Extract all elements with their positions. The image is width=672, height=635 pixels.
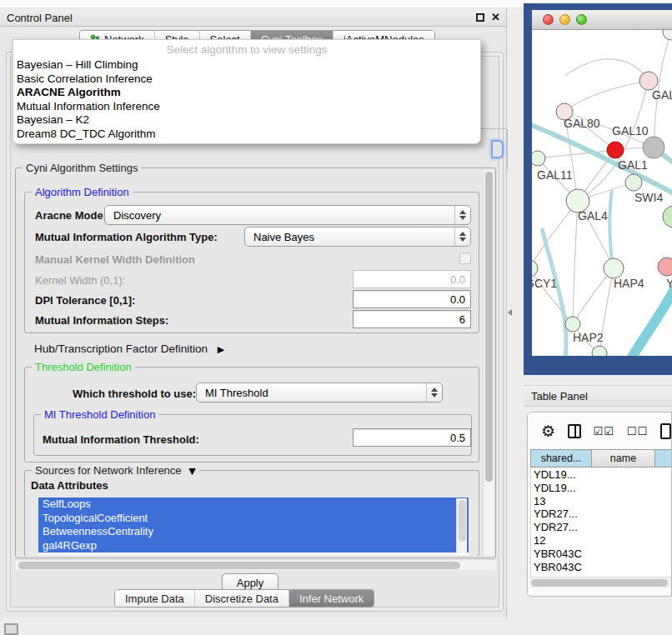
algorithm-dropdown-popup: Select algorithm to view settings Bayesi…: [13, 39, 481, 144]
collapsed-panel-icon[interactable]: [4, 623, 18, 635]
tab-infer-network[interactable]: Infer Network: [289, 590, 374, 607]
node-partial-top[interactable]: [663, 30, 672, 40]
network-canvas[interactable]: GAL GAL80 GAL10 GAL1 GAL11 SWI4 GAL4 GCY…: [532, 30, 672, 356]
list-item[interactable]: SelfLoops: [38, 498, 469, 512]
mi-threshold-field[interactable]: 0.5: [353, 428, 471, 447]
close-traffic-light-icon[interactable]: [543, 14, 554, 25]
node-label: GAL4: [578, 209, 608, 222]
list-item[interactable]: TopologicalCoefficient: [38, 512, 469, 526]
select-all-checkboxes-icon[interactable]: ☑☑: [594, 425, 614, 438]
node-label: GAL10: [612, 124, 649, 138]
group-title-with-collapse[interactable]: Sources for Network Inference ▼: [32, 464, 199, 477]
dropdown-prompt: Select algorithm to view settings: [13, 42, 480, 58]
combo-arrows-icon: [426, 383, 442, 402]
float-window-icon[interactable]: [476, 13, 484, 22]
dropdown-item-selected[interactable]: ARACNE Algorithm: [13, 86, 480, 100]
splitter-collapse-icon[interactable]: [508, 309, 512, 316]
dpi-tolerance-label: DPI Tolerance [0,1]:: [35, 294, 135, 307]
table-toolbar: ⚙ ☑☑ ☐☐: [528, 412, 671, 449]
table-hscrollbar[interactable]: [529, 577, 671, 588]
close-icon[interactable]: ✕: [491, 11, 500, 23]
column-header-name[interactable]: name: [592, 449, 655, 468]
cell: 12: [531, 533, 549, 547]
node-y-partial[interactable]: [658, 258, 672, 276]
dropdown-item[interactable]: Dream8 DC_TDC Algorithm: [13, 128, 480, 142]
control-panel-titlebar: Control Panel ✕: [0, 8, 506, 27]
node-hap4[interactable]: [604, 258, 624, 278]
algorithm-definition-group: Algorithm Definition Aracne Mode: Discov…: [24, 192, 479, 333]
combo-arrows-icon: [454, 206, 470, 224]
table-body[interactable]: YDL19...YDL19...13 YDR27...YDR27...12 YB…: [530, 468, 672, 580]
node-label: GAL: [652, 88, 672, 102]
node-swi4[interactable]: [625, 174, 642, 191]
attributes-scrollbar-thumb[interactable]: [459, 500, 466, 542]
cyni-algorithm-settings-group: Cyni Algorithm Settings Algorithm Defini…: [15, 168, 496, 558]
column-header-shared-name[interactable]: shared...: [530, 449, 592, 468]
group-title: Algorithm Definition: [32, 186, 133, 198]
node-gal10[interactable]: [643, 137, 664, 158]
manual-kernel-checkbox[interactable]: [459, 252, 471, 264]
gear-icon[interactable]: ⚙: [541, 422, 555, 440]
list-item[interactable]: gal4RGexp: [38, 539, 469, 553]
table-hscrollbar-thumb[interactable]: [531, 579, 668, 587]
node-partial-right[interactable]: [663, 206, 672, 228]
dropdown-item[interactable]: Bayesian – K2: [13, 113, 480, 128]
minimize-traffic-light-icon[interactable]: [559, 14, 570, 25]
list-item[interactable]: BetweennessCentrality: [38, 525, 469, 539]
cell: YDR27...: [531, 507, 593, 520]
attributes-list-scrollbar[interactable]: [456, 498, 467, 553]
window-title: Control Panel: [7, 12, 73, 24]
sources-title: Sources for Network Inference: [35, 464, 182, 477]
node-label: GCY1: [532, 277, 557, 290]
kernel-width-label: Kernel Width (0,1):: [35, 274, 125, 287]
mi-steps-label: Mutual Information Steps:: [35, 314, 168, 327]
table-panel-card: ⚙ ☑☑ ☐☐ shared... name YDL19...YDL19...1…: [527, 412, 672, 597]
which-threshold-select[interactable]: MI Threshold: [196, 382, 443, 402]
tab-impute-data[interactable]: Impute Data: [115, 590, 195, 607]
column-header-partial[interactable]: [655, 449, 672, 468]
settings-hscrollbar-thumb[interactable]: [18, 562, 460, 569]
algorithm-combo-fragment[interactable]: [491, 140, 504, 158]
node-gal2[interactable]: [639, 72, 658, 90]
node-label: GAL1: [618, 158, 648, 172]
tab-discretize-data[interactable]: Discretize Data: [195, 590, 289, 607]
mi-steps-field[interactable]: 6: [353, 310, 471, 328]
hub-tf-definition-expander[interactable]: Hub/Transcription Factor Definition ▶: [34, 342, 224, 355]
table-header-row: shared... name: [530, 449, 672, 468]
document-icon[interactable]: [660, 423, 671, 439]
columns-icon[interactable]: [568, 424, 580, 438]
table-panel-titlebar: Table Panel: [524, 385, 672, 407]
cell: YDR27...: [531, 520, 594, 533]
dropdown-item[interactable]: Bayesian – Hill Climbing: [13, 58, 480, 72]
node-gal1[interactable]: [607, 142, 624, 158]
kernel-width-field[interactable]: 0.0: [353, 270, 471, 288]
dropdown-item[interactable]: Basic Correlation Inference: [13, 72, 480, 87]
node-label: HAP4: [614, 277, 644, 290]
node-gal11[interactable]: [532, 151, 545, 166]
mi-algorithm-type-select[interactable]: Naive Bayes: [244, 227, 471, 247]
tab-label: Discretize Data: [205, 592, 278, 605]
node-partial-bottom[interactable]: [592, 346, 607, 356]
node-label: Y: [666, 277, 672, 290]
settings-scrollbar[interactable]: [483, 170, 494, 556]
node-hap2[interactable]: [565, 317, 580, 332]
cell: YDL19...: [531, 468, 593, 481]
data-attributes-list: SelfLoops TopologicalCoefficient Between…: [38, 498, 469, 555]
dropdown-item[interactable]: Mutual Information Inference: [13, 100, 480, 114]
dpi-tolerance-field[interactable]: 0.0: [353, 290, 471, 308]
node-gcy1[interactable]: [532, 260, 538, 277]
zoom-traffic-light-icon[interactable]: [576, 14, 587, 25]
settings-hscrollbar[interactable]: [16, 559, 496, 570]
expand-right-icon: ▶: [218, 344, 224, 355]
network-window-titlebar[interactable]: [532, 10, 672, 30]
aracne-mode-select[interactable]: Discovery: [104, 205, 471, 225]
node-label: SWI4: [634, 191, 663, 204]
table-row[interactable]: YBR043CYBR043C: [531, 547, 672, 580]
aracne-mode-label: Aracne Mode:: [35, 209, 107, 222]
settings-scrollbar-thumb[interactable]: [485, 172, 493, 482]
mi-threshold-label: Mutual Information Threshold:: [43, 433, 199, 446]
table-row[interactable]: YDL19...YDL19...13: [531, 468, 672, 507]
network-view-frame: GAL GAL80 GAL10 GAL1 GAL11 SWI4 GAL4 GCY…: [524, 3, 672, 375]
table-row[interactable]: YDR27...YDR27...12: [531, 507, 672, 546]
deselect-all-checkboxes-icon[interactable]: ☐☐: [627, 425, 648, 438]
